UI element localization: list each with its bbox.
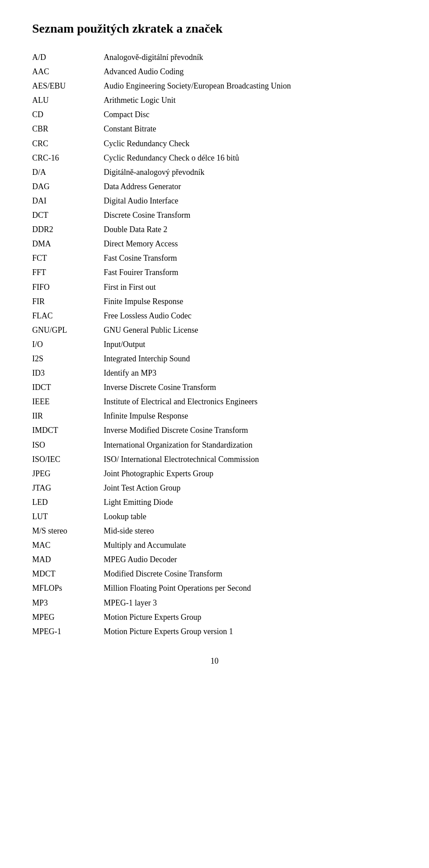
abbreviation: IDCT (32, 380, 104, 394)
table-row: IMDCTInverse Modified Discrete Cosine Tr… (32, 423, 397, 437)
table-row: DMADirect Memory Access (32, 237, 397, 251)
abbreviation: FCT (32, 251, 104, 265)
definition: First in First out (104, 280, 397, 294)
definition: Joint Test Action Group (104, 481, 397, 495)
table-row: MPEG-1Motion Picture Experts Group versi… (32, 624, 397, 639)
definition: Free Lossless Audio Codec (104, 309, 397, 323)
table-row: FLACFree Lossless Audio Codec (32, 309, 397, 323)
abbreviation: DCT (32, 208, 104, 222)
table-row: IDCTInverse Discrete Cosine Transform (32, 380, 397, 394)
abbreviation: IMDCT (32, 423, 104, 437)
definition: Cyclic Redundancy Check (104, 136, 397, 151)
definition: Finite Impulse Response (104, 294, 397, 309)
table-row: AACAdvanced Audio Coding (32, 64, 397, 79)
definition: Inverse Modified Discrete Cosine Transfo… (104, 423, 397, 437)
definition: Direct Memory Access (104, 237, 397, 251)
table-row: A/DAnalogově-digitální převodník (32, 50, 397, 64)
definition: Mid-side stereo (104, 524, 397, 538)
definition: Lookup table (104, 509, 397, 524)
table-row: CRC-16Cyclic Redundancy Check o délce 16… (32, 151, 397, 165)
definition: Digitálně-analogový převodník (104, 165, 397, 179)
abbreviation: MPEG-1 (32, 624, 104, 639)
definition: Modified Discrete Cosine Transform (104, 567, 397, 581)
definition: Advanced Audio Coding (104, 64, 397, 79)
table-row: CRCCyclic Redundancy Check (32, 136, 397, 151)
table-row: I2SIntegrated Interchip Sound (32, 351, 397, 366)
table-row: CDCompact Disc (32, 107, 397, 122)
table-row: JPEGJoint Photographic Experts Group (32, 466, 397, 481)
table-row: ISOInternational Organization for Standa… (32, 438, 397, 452)
abbreviation: CD (32, 107, 104, 122)
table-row: IEEEInstitute of Electrical and Electron… (32, 394, 397, 409)
abbreviation: LUT (32, 509, 104, 524)
table-row: ID3Identify an MP3 (32, 366, 397, 380)
definition: MPEG-1 layer 3 (104, 596, 397, 610)
definition: Institute of Electrical and Electronics … (104, 394, 397, 409)
table-row: ISO/IECISO/ International Electrotechnic… (32, 452, 397, 466)
definition: Discrete Cosine Transform (104, 208, 397, 222)
definition: MPEG Audio Decoder (104, 552, 397, 567)
table-row: DDR2Double Data Rate 2 (32, 222, 397, 237)
table-row: CBRConstant Bitrate (32, 122, 397, 136)
table-row: GNU/GPLGNU General Public License (32, 323, 397, 337)
abbreviation: A/D (32, 50, 104, 64)
definition: Compact Disc (104, 107, 397, 122)
definition: Constant Bitrate (104, 122, 397, 136)
abbreviation: DAG (32, 179, 104, 194)
table-row: I/OInput/Output (32, 337, 397, 351)
definition: Joint Photographic Experts Group (104, 466, 397, 481)
abbreviation: JPEG (32, 466, 104, 481)
abbreviation: GNU/GPL (32, 323, 104, 337)
definition: Fast Cosine Transform (104, 251, 397, 265)
table-row: FIRFinite Impulse Response (32, 294, 397, 309)
table-row: MP3MPEG-1 layer 3 (32, 596, 397, 610)
definition: Digital Audio Interface (104, 194, 397, 208)
abbreviations-table: A/DAnalogově-digitální převodníkAACAdvan… (32, 50, 397, 639)
definition: Motion Picture Experts Group (104, 610, 397, 624)
abbreviation: AAC (32, 64, 104, 79)
table-row: DCTDiscrete Cosine Transform (32, 208, 397, 222)
abbreviation: MPEG (32, 610, 104, 624)
abbreviation: ISO/IEC (32, 452, 104, 466)
abbreviation: FFT (32, 265, 104, 279)
definition: Arithmetic Logic Unit (104, 93, 397, 107)
abbreviation: MFLOPs (32, 581, 104, 595)
definition: Cyclic Redundancy Check o délce 16 bitů (104, 151, 397, 165)
abbreviation: IEEE (32, 394, 104, 409)
abbreviation: MAC (32, 538, 104, 552)
abbreviation: ISO (32, 438, 104, 452)
page-title: Seznam použitých zkratek a značek (32, 21, 397, 36)
table-row: MDCTModified Discrete Cosine Transform (32, 567, 397, 581)
abbreviation: DAI (32, 194, 104, 208)
table-row: FIFOFirst in First out (32, 280, 397, 294)
definition: Analogově-digitální převodník (104, 50, 397, 64)
abbreviation: I/O (32, 337, 104, 351)
table-row: MFLOPsMillion Floating Point Operations … (32, 581, 397, 595)
definition: Identify an MP3 (104, 366, 397, 380)
definition: Double Data Rate 2 (104, 222, 397, 237)
table-row: DAIDigital Audio Interface (32, 194, 397, 208)
definition: Audio Engineering Society/European Broad… (104, 79, 397, 93)
abbreviation: ALU (32, 93, 104, 107)
table-row: IIRInfinite Impulse Response (32, 409, 397, 423)
abbreviation: I2S (32, 351, 104, 366)
definition: Input/Output (104, 337, 397, 351)
abbreviation: ID3 (32, 366, 104, 380)
table-row: D/ADigitálně-analogový převodník (32, 165, 397, 179)
definition: ISO/ International Electrotechnical Comm… (104, 452, 397, 466)
definition: Integrated Interchip Sound (104, 351, 397, 366)
abbreviation: D/A (32, 165, 104, 179)
abbreviation: CRC (32, 136, 104, 151)
abbreviation: MP3 (32, 596, 104, 610)
abbreviation: CRC-16 (32, 151, 104, 165)
definition: Inverse Discrete Cosine Transform (104, 380, 397, 394)
table-row: LUTLookup table (32, 509, 397, 524)
table-row: DAGData Address Generator (32, 179, 397, 194)
definition: International Organization for Standardi… (104, 438, 397, 452)
definition: Multiply and Accumulate (104, 538, 397, 552)
table-row: MADMPEG Audio Decoder (32, 552, 397, 567)
abbreviation: DMA (32, 237, 104, 251)
table-row: FFTFast Fouirer Transform (32, 265, 397, 279)
definition: GNU General Public License (104, 323, 397, 337)
abbreviation: FIR (32, 294, 104, 309)
